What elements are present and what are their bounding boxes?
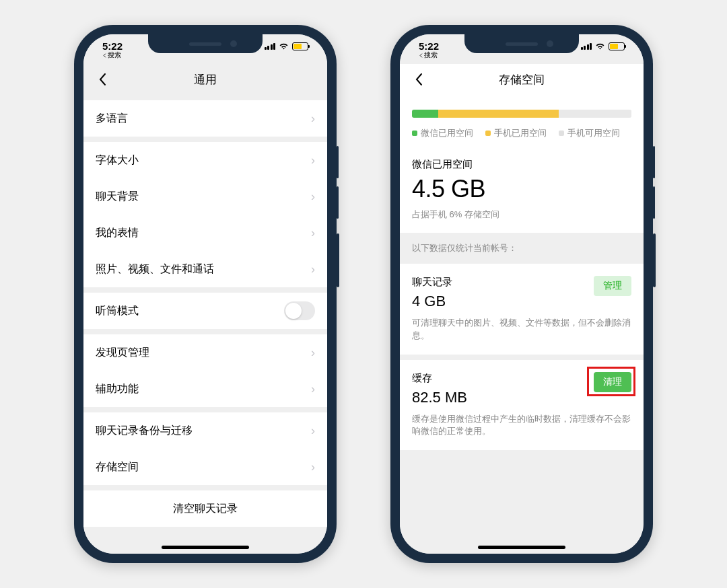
clear-cache-button[interactable]: 清理 bbox=[594, 372, 631, 392]
battery-icon bbox=[609, 42, 625, 50]
earpiece-toggle[interactable] bbox=[284, 301, 315, 320]
row-label: 聊天记录备份与迁移 bbox=[96, 424, 193, 438]
chevron-right-icon: › bbox=[311, 346, 315, 360]
row-label: 听筒模式 bbox=[96, 304, 139, 318]
home-indicator[interactable] bbox=[478, 546, 565, 549]
row-label: 照片、视频、文件和通话 bbox=[96, 262, 214, 277]
back-button[interactable] bbox=[408, 69, 429, 90]
legend-wechat: 微信已用空间 bbox=[412, 127, 473, 139]
legend-free: 手机可用空间 bbox=[559, 127, 620, 139]
storage-summary: 微信已用空间 手机已用空间 手机可用空间 微信已用空间 4.5 GB 占据手机 … bbox=[400, 95, 644, 233]
chevron-right-icon: › bbox=[311, 190, 315, 204]
card-desc: 缓存是使用微信过程中产生的临时数据，清理缓存不会影响微信的正常使用。 bbox=[412, 413, 631, 439]
row-label: 发现页管理 bbox=[96, 346, 149, 360]
status-time: 5:22 bbox=[419, 41, 439, 51]
legend-phone: 手机已用空间 bbox=[485, 127, 547, 139]
page-title: 存储空间 bbox=[499, 72, 545, 87]
wifi-icon bbox=[279, 43, 289, 50]
notch bbox=[148, 34, 263, 53]
bar-segment-free bbox=[559, 110, 631, 118]
bar-segment-phone bbox=[438, 110, 559, 118]
phone-mockup-left: 5:22 搜索 通用 多语言 › bbox=[74, 25, 337, 563]
manage-button[interactable]: 管理 bbox=[594, 276, 631, 296]
main-stat-value: 4.5 GB bbox=[412, 175, 631, 203]
phone-mockup-right: 5:22 搜索 存储空间 bbox=[390, 25, 653, 563]
row-storage[interactable]: 存储空间 › bbox=[83, 449, 327, 485]
nav-bar: 通用 bbox=[83, 64, 327, 95]
row-discover-manage[interactable]: 发现页管理 › bbox=[83, 334, 327, 371]
row-chat-background[interactable]: 聊天背景 › bbox=[83, 178, 327, 215]
row-label: 字体大小 bbox=[96, 153, 139, 168]
notch bbox=[464, 34, 579, 53]
row-label: 辅助功能 bbox=[96, 382, 139, 396]
battery-icon bbox=[292, 42, 308, 50]
chevron-right-icon: › bbox=[311, 424, 315, 438]
row-earpiece-mode[interactable]: 听筒模式 bbox=[83, 293, 327, 329]
row-label: 存储空间 bbox=[96, 460, 139, 474]
wifi-icon bbox=[595, 43, 605, 50]
back-button[interactable] bbox=[92, 69, 113, 90]
row-label: 清空聊天记录 bbox=[173, 502, 238, 516]
row-chat-backup[interactable]: 聊天记录备份与迁移 › bbox=[83, 412, 327, 449]
bar-segment-wechat bbox=[412, 110, 438, 118]
page-title: 通用 bbox=[194, 72, 217, 87]
chevron-right-icon: › bbox=[311, 153, 315, 168]
status-back-search[interactable]: 搜索 bbox=[419, 52, 439, 59]
row-label: 多语言 bbox=[96, 112, 128, 126]
home-indicator[interactable] bbox=[162, 546, 249, 549]
chevron-right-icon: › bbox=[311, 226, 315, 240]
chevron-right-icon: › bbox=[311, 460, 315, 474]
cellular-signal-icon bbox=[581, 43, 592, 50]
chevron-right-icon: › bbox=[311, 112, 315, 126]
row-label: 聊天背景 bbox=[96, 190, 139, 204]
row-accessibility[interactable]: 辅助功能 › bbox=[83, 371, 327, 407]
row-stickers[interactable]: 我的表情 › bbox=[83, 215, 327, 251]
row-media[interactable]: 照片、视频、文件和通话 › bbox=[83, 251, 327, 287]
chat-history-card: 聊天记录 4 GB 可清理聊天中的图片、视频、文件等数据，但不会删除消息。 管理 bbox=[400, 264, 644, 355]
status-back-search[interactable]: 搜索 bbox=[102, 52, 123, 59]
row-clear-chat-history[interactable]: 清空聊天记录 bbox=[83, 490, 327, 527]
section-note: 以下数据仅统计当前帐号： bbox=[400, 233, 644, 264]
nav-bar: 存储空间 bbox=[400, 64, 644, 95]
card-desc: 可清理聊天中的图片、视频、文件等数据，但不会删除消息。 bbox=[412, 317, 631, 342]
storage-bar bbox=[412, 110, 631, 118]
row-font-size[interactable]: 字体大小 › bbox=[83, 142, 327, 178]
row-language[interactable]: 多语言 › bbox=[83, 100, 327, 137]
chevron-right-icon: › bbox=[311, 382, 315, 396]
cache-card: 缓存 82.5 MB 缓存是使用微信过程中产生的临时数据，清理缓存不会影响微信的… bbox=[400, 360, 644, 451]
main-stat-label: 微信已用空间 bbox=[412, 158, 631, 171]
cellular-signal-icon bbox=[265, 43, 276, 50]
chevron-right-icon: › bbox=[311, 262, 315, 277]
main-stat-sub: 占据手机 6% 存储空间 bbox=[412, 209, 631, 221]
status-time: 5:22 bbox=[102, 41, 123, 51]
row-label: 我的表情 bbox=[96, 226, 139, 240]
